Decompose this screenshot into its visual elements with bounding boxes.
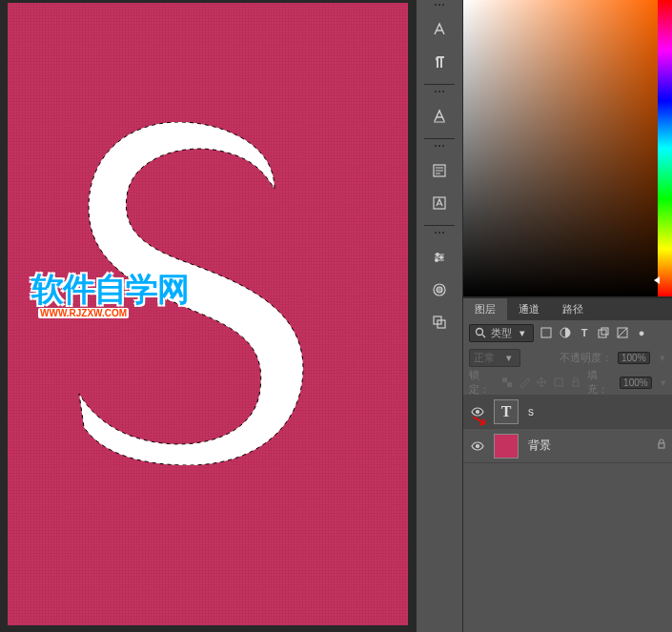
lock-all-icon[interactable] <box>570 376 581 389</box>
layer-name[interactable]: 背景 <box>528 438 551 454</box>
layer-thumb-bg <box>494 434 519 459</box>
right-panel-area: 图层 通道 路径 类型 ▾ T <box>416 0 672 632</box>
layer-filter-row: 类型 ▾ T ● <box>463 320 672 345</box>
svg-rect-16 <box>507 382 512 387</box>
svg-rect-10 <box>541 328 551 337</box>
document-canvas[interactable]: 软件自学网 WWW.RJZXW.COM <box>8 3 408 625</box>
filter-shape-icon[interactable] <box>597 326 610 339</box>
character-styles-icon[interactable] <box>425 191 454 215</box>
saturation-field[interactable] <box>463 0 658 296</box>
layer-name[interactable]: s <box>528 405 534 418</box>
svg-rect-21 <box>659 443 664 448</box>
lock-icon[interactable] <box>656 438 667 453</box>
svg-rect-17 <box>555 378 562 386</box>
blend-mode-select[interactable]: 正常 ▾ <box>469 349 520 367</box>
svg-point-2 <box>437 254 439 256</box>
filter-kind-label: 类型 <box>491 326 512 340</box>
svg-point-3 <box>440 256 443 259</box>
lock-artboard-icon[interactable] <box>553 376 564 389</box>
hue-slider[interactable] <box>658 0 672 296</box>
panel-column: 图层 通道 路径 类型 ▾ T <box>463 0 672 632</box>
lock-transparent-icon[interactable] <box>501 376 513 389</box>
visibility-toggle[interactable] <box>471 405 484 418</box>
layer-list: ↘ T s 背景 <box>463 395 672 632</box>
lock-label: 锁定： <box>469 368 496 397</box>
svg-point-6 <box>437 287 442 293</box>
separator <box>424 225 455 226</box>
filter-kind-select[interactable]: 类型 ▾ <box>469 324 534 342</box>
svg-point-19 <box>477 410 479 413</box>
svg-point-9 <box>477 329 483 336</box>
filter-smart-icon[interactable] <box>616 326 629 339</box>
separator <box>424 84 455 85</box>
layer-thumb-text: T <box>494 399 519 424</box>
panel-grip-1[interactable] <box>425 4 454 10</box>
svg-rect-12 <box>599 330 606 337</box>
filter-adjust-icon[interactable] <box>559 326 572 339</box>
hue-pointer <box>654 276 660 284</box>
lock-row: 锁定： 填充： 100% ▾ <box>463 370 672 395</box>
glyph-icon[interactable] <box>425 104 454 129</box>
svg-point-4 <box>436 259 438 262</box>
svg-rect-18 <box>573 381 579 386</box>
fill-value[interactable]: 100% <box>620 377 652 389</box>
opacity-value[interactable]: 100% <box>618 352 650 364</box>
layers-panel-tabs: 图层 通道 路径 <box>463 297 672 320</box>
watermark-url: WWW.RJZXW.COM <box>38 308 129 318</box>
chevron-down-icon: ▾ <box>502 351 516 364</box>
svg-point-20 <box>477 444 479 447</box>
panel-grip-2[interactable] <box>425 91 454 96</box>
blend-row: 正常 ▾ 不透明度： 100% ▾ <box>463 345 672 370</box>
canvas-area: 软件自学网 WWW.RJZXW.COM <box>0 0 416 632</box>
filter-pixel-icon[interactable] <box>540 326 553 339</box>
color-picker-panel <box>463 0 672 297</box>
chevron-down-icon[interactable]: ▾ <box>656 351 669 364</box>
layer-item-text[interactable]: T s <box>463 395 672 429</box>
tab-channels[interactable]: 通道 <box>507 298 551 320</box>
adjust-icon[interactable] <box>425 245 454 270</box>
fill-label: 填充： <box>587 368 614 397</box>
tab-paths[interactable]: 路径 <box>551 298 595 320</box>
opacity-label: 不透明度： <box>560 351 612 365</box>
search-icon <box>474 326 487 339</box>
filter-toggle-icon[interactable]: ● <box>635 326 648 339</box>
visibility-toggle[interactable] <box>471 439 484 453</box>
styles-icon[interactable] <box>425 277 454 302</box>
chevron-down-icon: ▾ <box>516 326 529 339</box>
chevron-down-icon[interactable]: ▾ <box>658 376 669 389</box>
typography-strip <box>416 0 463 632</box>
tab-layers[interactable]: 图层 <box>463 298 507 320</box>
watermark-text: 软件自学网 <box>31 268 189 312</box>
paragraph-styles-icon[interactable] <box>425 158 454 183</box>
paragraph-icon[interactable] <box>425 50 454 74</box>
panel-grip-4[interactable] <box>425 232 454 237</box>
filter-type-icon[interactable]: T <box>578 326 591 339</box>
character-icon[interactable] <box>425 17 454 42</box>
layer-item-background[interactable]: 背景 <box>463 429 672 463</box>
layers-icon[interactable] <box>425 310 454 335</box>
lock-move-icon[interactable] <box>536 376 547 389</box>
lock-brush-icon[interactable] <box>519 376 530 389</box>
svg-rect-13 <box>601 328 608 335</box>
blend-mode-label: 正常 <box>474 351 495 365</box>
svg-rect-15 <box>502 377 507 382</box>
separator <box>424 138 455 139</box>
panel-grip-3[interactable] <box>425 145 454 151</box>
